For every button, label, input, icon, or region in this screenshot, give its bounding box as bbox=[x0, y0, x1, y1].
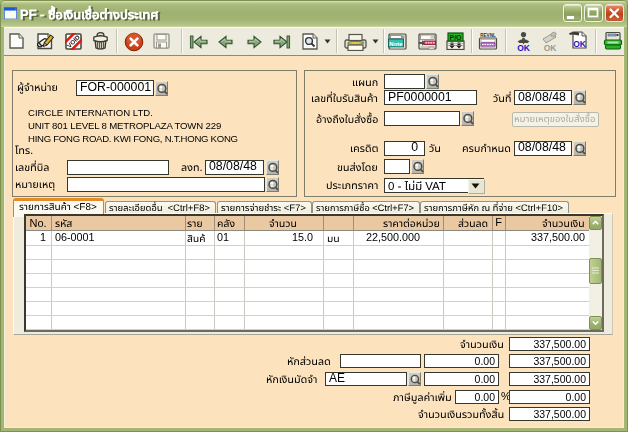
svg-text:REVNL: REVNL bbox=[480, 33, 496, 38]
svg-text:OK: OK bbox=[544, 43, 558, 52]
svg-text:Note: Note bbox=[389, 41, 403, 47]
svg-text:OK: OK bbox=[573, 39, 587, 49]
svg-text:OK: OK bbox=[517, 43, 531, 52]
svg-text:P/O: P/O bbox=[449, 34, 462, 41]
